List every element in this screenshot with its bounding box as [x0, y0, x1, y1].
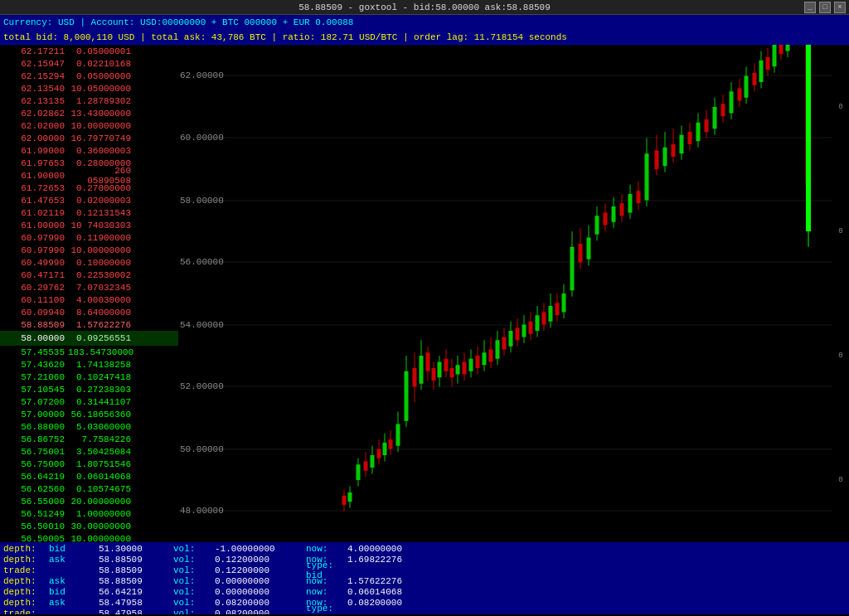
svg-rect-56: [469, 359, 473, 371]
svg-rect-52: [456, 365, 460, 374]
maximize-button[interactable]: □: [819, 2, 831, 13]
svg-rect-30: [383, 443, 387, 455]
right-margin: 0 0 0 0: [832, 45, 849, 542]
svg-rect-82: [555, 303, 560, 315]
ask-row: 60.297627.07032345: [0, 281, 178, 293]
svg-rect-32: [389, 439, 393, 449]
ask-row: 61.0000010 74030303: [0, 219, 178, 231]
svg-rect-84: [562, 293, 566, 313]
svg-rect-102: [637, 191, 641, 203]
ask-row: 60.499900.10000000: [0, 256, 178, 269]
ask-row: 62.131351.28789302: [0, 95, 178, 107]
status-row-7: trade: 58.47958 vol: 0.08200000 type: bi…: [3, 609, 846, 614]
totals-info: total bid: 8,000,110 USD | total ask: 43…: [3, 32, 567, 42]
status-row-2: depth: ask 58.88509 vol: 0.12200000 now:…: [3, 555, 846, 565]
svg-rect-114: [688, 132, 692, 144]
status-row-1: depth: bid 51.30000 vol: -1.00000000 now…: [3, 544, 846, 554]
ask-row: 62.0200010.00000000: [0, 119, 178, 132]
svg-rect-70: [516, 327, 520, 340]
svg-text:54.00000: 54.00000: [180, 320, 224, 330]
svg-rect-24: [364, 462, 368, 471]
bid-row: 56.642190.06014068: [0, 470, 178, 483]
ask-row: 62.152940.05000000: [0, 70, 178, 82]
svg-rect-140: [786, 45, 790, 51]
ask-row: 61.90000260 05890508: [0, 169, 178, 182]
ask-row: 61.726530.27000000: [0, 182, 178, 194]
ask-row: 62.172110.05000001: [0, 45, 178, 57]
svg-rect-126: [738, 89, 742, 101]
mid-price-row: 58.00000 0.09256551: [0, 331, 178, 346]
svg-rect-46: [438, 362, 442, 378]
svg-rect-42: [426, 352, 430, 371]
titlebar: 58.88509 - goxtool - bid:58.00000 ask:58…: [0, 0, 849, 15]
bid-row: 56.867527.7584226: [0, 433, 178, 445]
svg-rect-44: [432, 368, 436, 381]
svg-rect-72: [522, 325, 526, 337]
svg-rect-74: [529, 322, 533, 334]
svg-rect-28: [377, 449, 381, 458]
svg-rect-66: [502, 337, 507, 350]
svg-rect-90: [587, 238, 591, 259]
svg-rect-64: [496, 340, 500, 359]
bid-row: 57.072000.31441107: [0, 395, 178, 408]
svg-rect-124: [730, 91, 734, 113]
svg-rect-40: [420, 356, 424, 384]
bid-row: 56.5000510.00000000: [0, 532, 178, 542]
svg-rect-136: [773, 45, 777, 66]
svg-rect-68: [509, 331, 513, 347]
svg-text:58.00000: 58.00000: [180, 196, 224, 206]
main-area: 62.172110.05000001 62.159470.02210168 62…: [0, 45, 849, 542]
svg-rect-78: [542, 313, 546, 325]
orderbook-panel: 62.172110.05000001 62.159470.02210168 62…: [0, 45, 178, 542]
svg-rect-18: [342, 496, 347, 505]
svg-rect-110: [672, 144, 676, 157]
status-row-3: trade: 58.88509 vol: 0.12200000 type: bi…: [3, 565, 846, 575]
svg-rect-108: [663, 148, 667, 167]
bid-row: 56.5500020.00000000: [0, 495, 178, 507]
svg-rect-94: [604, 213, 608, 226]
chart-panel: 62.00000 60.00000 58.00000 56.00000 54.0…: [178, 45, 832, 542]
bid-row: 57.0000056.18656360: [0, 408, 178, 420]
svg-rect-26: [371, 455, 375, 468]
bid-row: 56.625600.10574675: [0, 483, 178, 495]
minimize-button[interactable]: _: [804, 2, 816, 13]
svg-rect-22: [357, 464, 361, 480]
ask-row: 60.9799010.00000000: [0, 244, 178, 256]
ask-row: 62.1354010.05000000: [0, 82, 178, 95]
candlestick-chart: 62.00000 60.00000 58.00000 56.00000 54.0…: [178, 45, 832, 542]
ask-row: 61.990000.36000003: [0, 144, 178, 157]
svg-rect-138: [779, 45, 784, 54]
svg-rect-132: [759, 61, 764, 82]
svg-rect-62: [489, 350, 493, 362]
statusbar: depth: bid 51.30000 vol: -1.00000000 now…: [0, 542, 849, 614]
svg-text:60.00000: 60.00000: [180, 133, 224, 143]
svg-rect-48: [444, 359, 449, 371]
bid-row: 56.512491.00000000: [0, 507, 178, 520]
svg-rect-92: [595, 216, 599, 235]
ask-row: 60.471710.22530002: [0, 269, 178, 281]
svg-rect-50: [450, 368, 454, 377]
svg-rect-0: [178, 45, 832, 542]
svg-rect-120: [713, 107, 717, 129]
window-controls: _ □ ×: [804, 2, 846, 13]
currency-info: Currency: USD | Account: USD:00000000 + …: [3, 17, 353, 27]
svg-rect-122: [721, 104, 725, 116]
header-totals-row: total bid: 8,000,110 USD | total ask: 43…: [0, 30, 849, 45]
bid-row: 57.105450.27238303: [0, 383, 178, 395]
svg-rect-60: [483, 352, 487, 365]
svg-rect-128: [745, 76, 749, 98]
bid-row: 57.436201.74138258: [0, 358, 178, 371]
ask-row: 60.111004.00030000: [0, 293, 178, 306]
svg-rect-36: [405, 371, 409, 421]
svg-rect-148: [806, 45, 811, 231]
bid-row: 56.750001.80751546: [0, 458, 178, 470]
svg-text:62.00000: 62.00000: [180, 70, 224, 80]
svg-rect-38: [413, 368, 417, 387]
svg-rect-76: [536, 315, 540, 331]
svg-rect-100: [628, 194, 633, 213]
close-button[interactable]: ×: [834, 2, 846, 13]
bid-row: 56.880005.03060000: [0, 420, 178, 433]
bid-row: 56.750013.50425084: [0, 445, 178, 458]
status-row-5: depth: bid 56.64219 vol: 0.00000000 now:…: [3, 587, 846, 597]
title-text: 58.88509 - goxtool - bid:58.00000 ask:58…: [298, 2, 551, 12]
